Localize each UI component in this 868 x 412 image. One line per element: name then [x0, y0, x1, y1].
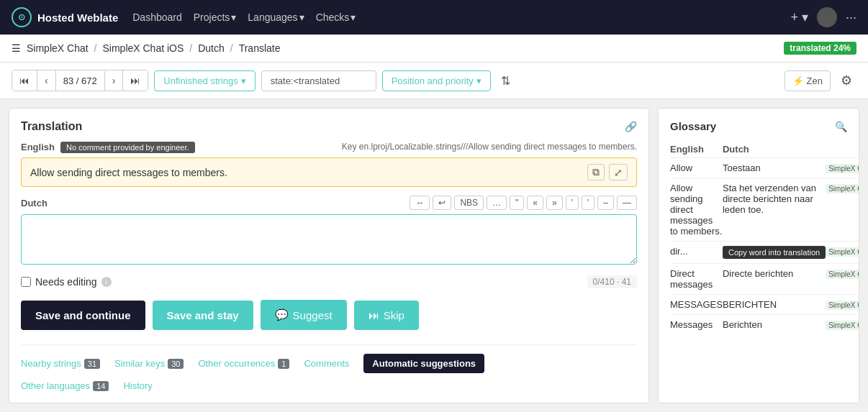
more-icon[interactable]: ···	[846, 10, 856, 25]
glossary-src-0: SimpleX Chat Android	[826, 158, 859, 178]
insert-ellipsis-btn[interactable]: …	[487, 196, 507, 210]
nav-checks[interactable]: Checks ▾	[316, 12, 356, 23]
insert-endash-btn[interactable]: –	[597, 196, 614, 210]
source-section: English No comment provided by engineer.…	[21, 142, 637, 187]
info-icon[interactable]: i	[101, 277, 112, 287]
zen-label: Zen	[807, 75, 823, 86]
link-icon[interactable]: 🔗	[625, 121, 637, 132]
lightning-icon: ⚡	[792, 75, 804, 86]
page-info: 83 / 672	[56, 71, 105, 91]
plus-icon[interactable]: + ▾	[790, 9, 808, 25]
glossary-row-0: Allow Toestaan SimpleX Chat Android	[670, 158, 859, 178]
insert-nbs-btn[interactable]: NBS	[454, 196, 484, 210]
breadcrumb-translate: Translate	[239, 42, 281, 54]
glossary-nl-0: Toestaan	[723, 158, 826, 178]
prev-btn[interactable]: ‹	[37, 70, 56, 91]
glossary-nl-3: Directe berichten	[723, 264, 826, 295]
glossary-panel: Glossary 🔍 English Dutch Allow Toestaan …	[658, 108, 859, 403]
other-languages-label: Other languages	[21, 380, 90, 391]
insert-emdash-btn[interactable]: —	[617, 196, 637, 210]
expand-source-btn[interactable]: ⤢	[609, 164, 628, 180]
app-name: Hosted Weblate	[37, 12, 118, 24]
other-occurrences-badge: 1	[278, 359, 289, 369]
nearby-strings-badge: 31	[84, 359, 100, 369]
dutch-textarea[interactable]	[21, 214, 637, 265]
breadcrumb-icon: ☰	[12, 42, 21, 54]
source-label-row: English No comment provided by engineer.…	[21, 142, 637, 153]
breadcrumb-sep-1: /	[94, 42, 97, 54]
glossary-row-4: MESSAGES BERICHTEN SimpleX Chat Android	[670, 295, 859, 315]
needs-editing-label: Needs editing	[35, 276, 97, 288]
glossary-search-icon[interactable]: 🔍	[835, 121, 847, 132]
suggest-button[interactable]: 💬 Suggest	[261, 300, 347, 330]
glossary-en-5: Messages	[670, 315, 723, 335]
target-section: Dutch ↔ ↩ NBS … " « » ' ' – —	[21, 196, 637, 267]
insert-lsquo-btn[interactable]: '	[566, 196, 579, 210]
tab-nearby-strings[interactable]: Nearby strings 31	[21, 354, 100, 373]
save-continue-button[interactable]: Save and continue	[21, 301, 145, 330]
breadcrumb-simplex-chat[interactable]: SimpleX Chat	[27, 42, 89, 54]
glossary-row-2: dir... Copy word into translation Simple…	[670, 242, 859, 264]
insert-newline-btn[interactable]: ↩	[433, 196, 451, 210]
tab-similar-keys[interactable]: Similar keys 30	[114, 354, 184, 373]
filter-arrow-icon: ▾	[241, 75, 246, 86]
glossary-nl-1: Sta het verzenden van directe berichten …	[723, 178, 826, 242]
nav-group: ⏮ ‹ 83 / 672 › ⏭	[12, 70, 148, 91]
comment-tooltip: No comment provided by engineer.	[60, 142, 195, 153]
nav-dashboard[interactable]: Dashboard	[132, 12, 182, 23]
glossary-en-1: Allow sending direct messages to members…	[670, 178, 723, 242]
automatic-suggestions-label: Automatic suggestions	[372, 358, 476, 369]
comments-label: Comments	[304, 358, 349, 369]
target-header: Dutch ↔ ↩ NBS … " « » ' ' – —	[21, 196, 637, 210]
glossary-nl-5: Berichten	[723, 315, 826, 335]
insert-raquo-btn[interactable]: »	[546, 196, 563, 210]
first-page-btn[interactable]: ⏮	[12, 70, 37, 91]
needs-editing-checkbox[interactable]	[21, 277, 31, 287]
source-text-box: Allow sending direct messages to members…	[21, 157, 637, 187]
glossary-table: English Dutch Allow Toestaan SimpleX Cha…	[670, 141, 859, 334]
bottom-tabs-row2: Other languages 14 History	[21, 380, 637, 391]
avatar[interactable]	[817, 7, 837, 27]
insert-rsquo-btn[interactable]: '	[582, 196, 595, 210]
last-btn[interactable]: ⏭	[123, 70, 148, 91]
sort-icon[interactable]: ⇅	[497, 70, 515, 92]
translation-panel: Translation 🔗 English No comment provide…	[9, 108, 649, 403]
toolbar: ⏮ ‹ 83 / 672 › ⏭ Unfinished strings ▾ st…	[0, 63, 868, 99]
tab-other-languages[interactable]: Other languages 14	[21, 380, 109, 391]
action-buttons: Save and continue Save and stay 💬 Sugges…	[21, 300, 637, 330]
breadcrumb-simplex-chat-ios[interactable]: SimpleX Chat iOS	[102, 42, 184, 54]
insert-laquo-btn[interactable]: «	[527, 196, 543, 210]
nav-projects[interactable]: Projects ▾	[194, 12, 237, 23]
needs-editing-left: Needs editing i	[21, 276, 112, 288]
tab-comments[interactable]: Comments	[304, 354, 349, 373]
top-nav-actions: + ▾ ···	[790, 7, 856, 27]
translated-badge: translated 24%	[784, 42, 856, 55]
top-nav: ⊙ Hosted Weblate Dashboard Projects ▾ La…	[0, 0, 868, 35]
position-dropdown[interactable]: Position and priority ▾	[382, 70, 491, 91]
insert-rtl-btn[interactable]: ↔	[410, 196, 430, 210]
panel-title: Translation	[21, 120, 82, 133]
needs-editing-row: Needs editing i 0/410 · 41	[21, 275, 637, 288]
copy-source-btn[interactable]: ⧉	[587, 164, 605, 180]
english-label: English	[21, 142, 55, 152]
tab-history[interactable]: History	[123, 380, 152, 391]
glossary-src-5: SimpleX Chat Android	[826, 315, 859, 335]
breadcrumb-dutch[interactable]: Dutch	[198, 42, 225, 54]
col-english: English	[670, 141, 723, 158]
glossary-en-0: Allow	[670, 158, 723, 178]
glossary-src-2: SimpleX Chat Android	[826, 242, 859, 264]
settings-icon[interactable]: ⚙	[836, 68, 856, 93]
nav-languages[interactable]: Languages ▾	[248, 12, 304, 23]
glossary-en-2: dir...	[670, 242, 723, 264]
filter-dropdown[interactable]: Unfinished strings ▾	[154, 70, 255, 91]
skip-button[interactable]: ⏭ Skip	[354, 301, 419, 330]
tab-automatic-suggestions[interactable]: Automatic suggestions	[363, 354, 484, 373]
bottom-tabs: Nearby strings 31 Similar keys 30 Other …	[21, 344, 637, 391]
save-stay-button[interactable]: Save and stay	[153, 301, 253, 330]
glossary-src-3: SimpleX Chat Android	[826, 264, 859, 295]
glossary-header: Glossary 🔍	[670, 120, 847, 132]
zen-button[interactable]: ⚡ Zen	[785, 70, 831, 91]
insert-quote-btn[interactable]: "	[510, 196, 524, 210]
next-btn[interactable]: ›	[105, 70, 124, 91]
tab-other-occurrences[interactable]: Other occurrences 1	[198, 354, 289, 373]
